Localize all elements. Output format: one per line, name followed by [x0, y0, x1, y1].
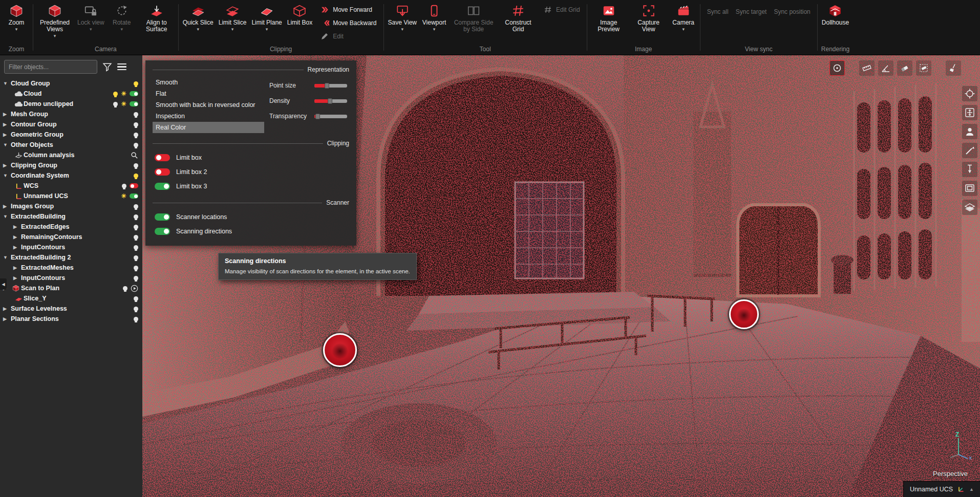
tree-item-inputcontours-2[interactable]: ▶ InputContours [0, 273, 142, 283]
move-forward-button[interactable]: Move Forward [317, 3, 379, 16]
visibility-bulb-icon[interactable] [134, 235, 138, 240]
representation-mode-inspection[interactable]: Inspection [153, 111, 264, 122]
expand-arrow-icon[interactable]: ▶ [13, 265, 21, 270]
viewport-box-button[interactable] [962, 181, 977, 196]
orbit-view-button[interactable] [962, 124, 977, 139]
visibility-bulb-icon[interactable] [134, 255, 138, 260]
probe-point-button[interactable] [829, 60, 845, 76]
expand-arrow-icon[interactable]: ▶ [13, 234, 21, 240]
measure-tape-button[interactable] [859, 60, 875, 76]
visibility-bulb-icon[interactable] [134, 214, 138, 219]
tree-item-other-objects[interactable]: ▼ Other Objects [0, 140, 142, 150]
visibility-bulb-icon[interactable] [134, 266, 138, 270]
limit-box-toggle[interactable] [155, 154, 170, 161]
limit-plane-button[interactable]: Limit Plane ▾ [249, 0, 284, 33]
sidebar-collapse-button[interactable]: ◀ [0, 278, 7, 290]
visibility-bulb-icon[interactable] [134, 133, 138, 137]
magnifier-icon[interactable] [131, 152, 138, 159]
tree-item-remainingcontours[interactable]: ▶ RemainingContours [0, 232, 142, 242]
expand-arrow-icon[interactable]: ▶ [3, 122, 11, 127]
visibility-bulb-icon[interactable] [113, 92, 118, 96]
visibility-bulb-icon[interactable] [134, 225, 138, 229]
pan-view-button[interactable] [962, 105, 977, 120]
tree-item-coordinate-system[interactable]: ▼ Coordinate System [0, 170, 142, 181]
limit-box-2-toggle[interactable] [155, 168, 170, 176]
limit-slice-button[interactable]: Limit Slice ▾ [216, 0, 249, 33]
expand-arrow-icon[interactable]: ▶ [3, 204, 11, 209]
dollhouse-button[interactable]: Dollhouse [819, 0, 851, 27]
tree-item-wcs[interactable]: WCS [0, 181, 142, 191]
filter-funnel-icon[interactable] [102, 62, 112, 72]
axis-gizmo[interactable]: Z x [945, 432, 972, 462]
visibility-bulb-icon[interactable] [134, 276, 138, 280]
visibility-bulb-icon[interactable] [134, 163, 138, 168]
tree-item-mesh-group[interactable]: ▶ Mesh Group [0, 109, 142, 119]
red-toggle-icon[interactable] [130, 183, 138, 188]
play-circle-icon[interactable] [131, 285, 138, 292]
collapse-arrow-icon[interactable]: ▼ [3, 81, 11, 86]
green-toggle-icon[interactable] [130, 101, 138, 106]
lock-view-button[interactable]: Lock view ▾ [75, 0, 107, 33]
visibility-bulb-icon[interactable] [134, 307, 138, 311]
tree-item-demo-unclipped[interactable]: Demo unclipped ☀ [0, 99, 142, 109]
rotate-button[interactable]: Rotate ▾ [107, 0, 137, 33]
visibility-bulb-icon[interactable] [113, 102, 118, 106]
slider-thumb[interactable] [325, 83, 329, 89]
compare-side-by-side-button[interactable]: Compare Side by Side [449, 0, 498, 34]
plumb-line-button[interactable] [962, 162, 977, 177]
capture-view-button[interactable]: Capture View [629, 0, 669, 34]
expand-arrow-icon[interactable]: ▶ [13, 275, 21, 280]
edit-grid-button[interactable]: Edit Grid [540, 3, 583, 16]
expand-arrow-icon[interactable]: ▶ [3, 132, 11, 137]
sync-target-button[interactable]: Sync target [736, 8, 767, 15]
representation-mode-smooth-reversed[interactable]: Smooth with back in reversed color [153, 99, 264, 111]
slider-thumb[interactable] [328, 98, 332, 104]
visibility-bulb-icon[interactable] [134, 317, 138, 321]
expand-arrow-icon[interactable]: ▶ [3, 306, 11, 311]
expand-arrow-icon[interactable]: ▶ [13, 224, 21, 229]
visibility-bulb-icon[interactable] [134, 143, 138, 147]
visibility-bulb-icon[interactable] [134, 204, 138, 209]
expand-arrow-icon[interactable]: ▶ [3, 112, 11, 117]
expand-arrow-icon[interactable]: ▶ [13, 245, 21, 250]
green-toggle-icon[interactable] [130, 193, 138, 199]
point-size-slider[interactable] [314, 84, 347, 88]
visibility-bulb-icon[interactable] [134, 245, 138, 250]
sun-icon[interactable]: ☀ [121, 101, 126, 107]
visibility-bulb-icon[interactable] [134, 174, 138, 178]
scanner-location-marker[interactable] [729, 299, 759, 329]
tree-item-unnamed-ucs[interactable]: Unnamed UCS ☀ [0, 191, 142, 201]
edit-clipping-button[interactable]: Edit [317, 30, 379, 43]
expand-arrow-icon[interactable]: ▶ [3, 163, 11, 168]
collapse-arrow-icon[interactable]: ▼ [3, 142, 11, 147]
expand-arrow-icon[interactable]: ▶ [3, 316, 11, 321]
tree-item-extractedbuilding-2[interactable]: ▼ ExtractedBuilding 2 [0, 252, 142, 263]
tree-item-extractedbuilding[interactable]: ▼ ExtractedBuilding [0, 211, 142, 222]
limit-box-button[interactable]: Limit Box [285, 0, 315, 27]
align-to-surface-button[interactable]: Align to Surface [137, 0, 177, 34]
visibility-bulb-icon[interactable] [134, 122, 138, 127]
collapse-arrow-icon[interactable]: ▼ [3, 173, 11, 178]
tree-item-inputcontours[interactable]: ▶ InputContours [0, 242, 142, 252]
tree-item-scan-to-plan[interactable]: ▶ Scan to Plan [0, 283, 142, 293]
section-planes-button[interactable] [962, 200, 977, 215]
tree-item-geometric-group[interactable]: ▶ Geometric Group [0, 129, 142, 140]
locate-target-button[interactable] [962, 86, 977, 101]
camera-button[interactable]: Camera ▾ [669, 0, 698, 33]
quick-slice-button[interactable]: Quick Slice ▾ [180, 0, 216, 33]
representation-mode-flat[interactable]: Flat [153, 88, 264, 99]
3d-viewport[interactable]: Representation Smooth Flat Smooth with b… [142, 55, 980, 497]
sync-all-button[interactable]: Sync all [707, 8, 729, 15]
sun-icon[interactable]: ☀ [121, 91, 126, 97]
move-backward-button[interactable]: Move Backward [317, 16, 379, 30]
tree-item-cloud[interactable]: Cloud ☀ [0, 89, 142, 99]
scanner-location-marker[interactable] [323, 333, 357, 367]
limit-box-3-toggle[interactable] [155, 183, 170, 190]
tree-item-column-analysis[interactable]: Column analysis [0, 150, 142, 160]
tree-item-contour-group[interactable]: ▶ Contour Group [0, 119, 142, 129]
zoom-button[interactable]: Zoom ▾ [2, 0, 31, 33]
viewport-button[interactable]: Viewport ▾ [419, 0, 449, 33]
scanner-locations-toggle[interactable] [155, 213, 170, 221]
visibility-bulb-icon[interactable] [122, 184, 126, 188]
scanning-directions-toggle[interactable] [155, 228, 170, 235]
